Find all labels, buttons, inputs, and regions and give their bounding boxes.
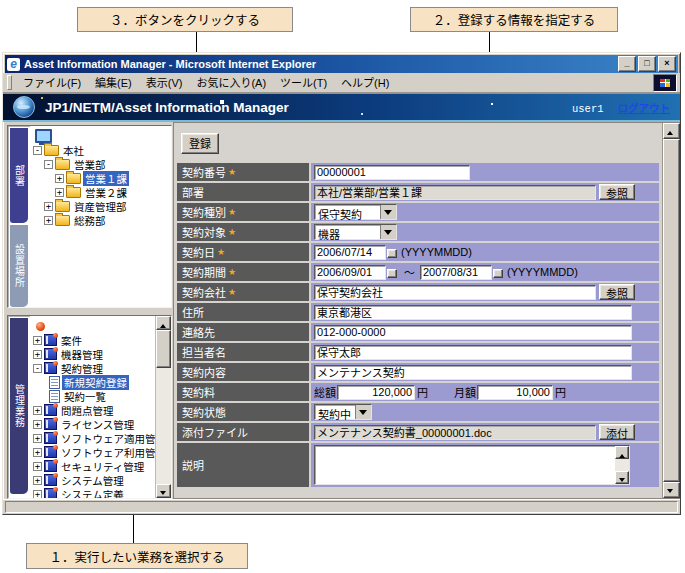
- logout-link[interactable]: ログアウト: [618, 102, 671, 114]
- attach-button[interactable]: 添付: [599, 424, 635, 440]
- description-textarea[interactable]: [314, 445, 630, 485]
- attachment-input[interactable]: [314, 425, 596, 440]
- maximize-button[interactable]: □: [638, 56, 656, 72]
- expand-icon[interactable]: +: [44, 216, 53, 225]
- tree-item-software-tekiyo-kanri[interactable]: + ソフトウェア適用管理: [33, 431, 155, 445]
- form-table: 契約番号★ 部署 参照: [177, 163, 659, 487]
- tree-root-tasks[interactable]: [33, 319, 155, 333]
- book-icon: [44, 348, 57, 360]
- tree-item-system-teigi[interactable]: + システム定義: [33, 487, 155, 498]
- tree-item-eigyo2ka[interactable]: + 営業２課: [33, 185, 171, 199]
- department-browse-button[interactable]: 参照: [599, 184, 635, 200]
- scroll-down-icon[interactable]: [663, 482, 680, 498]
- chevron-down-icon[interactable]: [355, 405, 371, 419]
- tab-department[interactable]: 部署: [10, 128, 28, 223]
- tree-item-license-kanri[interactable]: + ライセンス管理: [33, 417, 155, 431]
- expand-icon[interactable]: +: [55, 188, 64, 197]
- register-button[interactable]: 登録: [181, 133, 219, 154]
- scroll-down-icon[interactable]: [156, 484, 171, 498]
- contract-content-input[interactable]: [314, 365, 632, 380]
- calendar-button[interactable]: [387, 269, 397, 278]
- field-label: 契約状態: [177, 403, 309, 421]
- book-icon: [44, 446, 57, 458]
- menu-tools[interactable]: ツール(T): [273, 72, 334, 93]
- menu-edit[interactable]: 編集(E): [88, 72, 139, 93]
- tree-item-mondaiten-kanri[interactable]: + 問題点管理: [33, 403, 155, 417]
- tree-item-security-kanri[interactable]: + セキュリティ管理: [33, 459, 155, 473]
- tree-item-eigyobu[interactable]: - 営業部: [33, 157, 171, 171]
- contract-number-input[interactable]: [314, 165, 470, 180]
- required-star-icon: ★: [228, 267, 236, 277]
- scroll-up-icon[interactable]: [663, 123, 680, 139]
- field-label: 契約番号★: [177, 163, 309, 181]
- field-value-cell: [311, 363, 659, 381]
- task-tab-strip: 管理業務: [8, 316, 30, 498]
- menu-view[interactable]: 表示(V): [139, 72, 190, 93]
- collapse-icon[interactable]: -: [33, 146, 42, 155]
- scroll-down-icon[interactable]: [615, 471, 629, 484]
- collapse-icon[interactable]: -: [44, 160, 53, 169]
- form-scrollbar[interactable]: [662, 123, 680, 498]
- tree-item-keiyaku-ichiran[interactable]: 契約一覧: [33, 389, 155, 403]
- tab-management-tasks[interactable]: 管理業務: [10, 318, 28, 494]
- expand-icon[interactable]: +: [33, 490, 42, 499]
- expand-icon[interactable]: +: [33, 406, 42, 415]
- expand-icon[interactable]: +: [33, 336, 42, 345]
- contact-input[interactable]: [314, 325, 632, 340]
- expand-icon[interactable]: +: [33, 434, 42, 443]
- description-scrollbar[interactable]: [615, 446, 629, 484]
- scrollbar-thumb[interactable]: [663, 139, 680, 482]
- expand-icon[interactable]: +: [33, 420, 42, 429]
- department-input[interactable]: [314, 185, 596, 200]
- tree-item-shinki-keiyaku-toroku[interactable]: 新規契約登録: [33, 375, 155, 389]
- tree-item-keiyaku-kanri[interactable]: - 契約管理: [33, 361, 155, 375]
- menu-file[interactable]: ファイル(F): [16, 72, 88, 93]
- expand-icon[interactable]: +: [33, 350, 42, 359]
- calendar-button[interactable]: [493, 269, 503, 278]
- expand-icon[interactable]: +: [55, 174, 64, 183]
- tree-item-system-kanri[interactable]: + システム管理: [33, 473, 155, 487]
- tree-item-software-riyo-kanri[interactable]: + ソフトウェア利用管理: [33, 445, 155, 459]
- chevron-down-icon[interactable]: [380, 205, 396, 219]
- tree-item-kiki-kanri[interactable]: + 機器管理: [33, 347, 155, 361]
- tree-item-honsha[interactable]: - 本社: [33, 143, 171, 157]
- contract-status-select[interactable]: 契約中: [314, 404, 372, 420]
- contract-target-select[interactable]: 機器: [314, 224, 397, 240]
- tree-root-network[interactable]: [33, 129, 171, 143]
- field-value-cell: 機器: [311, 223, 659, 241]
- menu-help[interactable]: ヘルプ(H): [334, 72, 396, 93]
- tree-item-somubu[interactable]: + 総務部: [33, 213, 171, 227]
- tab-location[interactable]: 設置場所: [10, 225, 28, 307]
- fee-monthly-input[interactable]: [477, 385, 553, 400]
- person-input[interactable]: [314, 345, 632, 360]
- callout-step3-text: ３．ボタンをクリックする: [110, 10, 260, 29]
- title-bar: e Asset Information Manager - Microsoft …: [5, 55, 678, 73]
- contract-type-select[interactable]: 保守契約: [314, 204, 397, 220]
- scrollbar-track[interactable]: [156, 368, 171, 484]
- tree-item-anken[interactable]: + 案件: [33, 333, 155, 347]
- calendar-button[interactable]: [387, 249, 397, 258]
- address-input[interactable]: [314, 305, 632, 320]
- close-button[interactable]: ×: [658, 56, 676, 72]
- minimize-button[interactable]: _: [618, 56, 636, 72]
- expand-icon[interactable]: +: [33, 476, 42, 485]
- expand-icon[interactable]: +: [33, 448, 42, 457]
- fee-total-input[interactable]: [337, 385, 415, 400]
- company-browse-button[interactable]: 参照: [599, 284, 635, 300]
- scroll-up-icon[interactable]: [615, 446, 629, 459]
- expand-icon[interactable]: +: [44, 202, 53, 211]
- scrollbar-thumb[interactable]: [156, 330, 171, 368]
- tree-item-eigyo1ka[interactable]: + 営業１課: [33, 171, 171, 185]
- chevron-down-icon[interactable]: [380, 225, 396, 239]
- scroll-up-icon[interactable]: [156, 316, 171, 330]
- field-value-cell: 総額 円 月額 円: [311, 383, 659, 401]
- contract-date-input[interactable]: [314, 245, 386, 260]
- contract-company-input[interactable]: [314, 285, 596, 300]
- tree-item-shisankanribu[interactable]: + 資産管理部: [33, 199, 171, 213]
- collapse-icon[interactable]: -: [33, 364, 42, 373]
- menu-favorites[interactable]: お気に入り(A): [189, 72, 273, 93]
- period-start-input[interactable]: [314, 265, 386, 280]
- expand-icon[interactable]: +: [33, 462, 42, 471]
- task-tree-scrollbar[interactable]: [155, 316, 171, 498]
- period-end-input[interactable]: [420, 265, 492, 280]
